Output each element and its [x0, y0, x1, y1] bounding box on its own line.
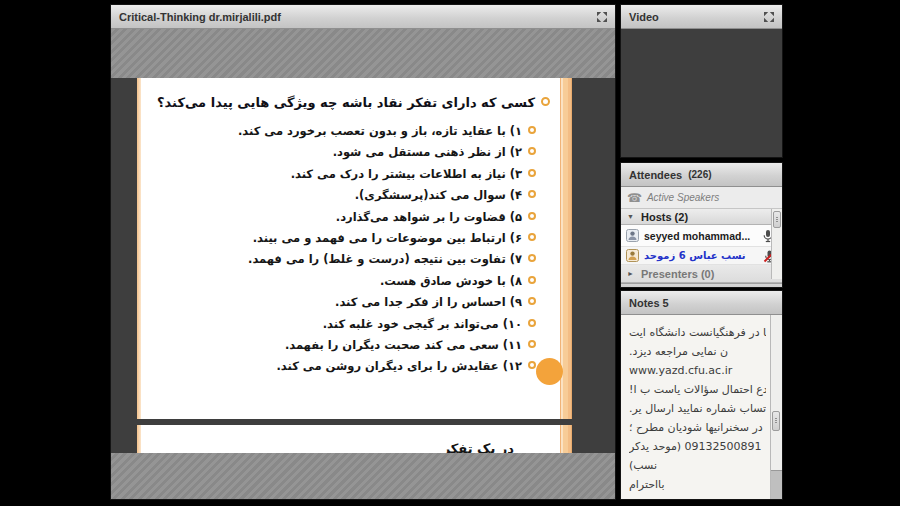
slide-left-border — [137, 425, 141, 453]
note-line: ؛ مطرح شودیان سخنرانیها در یا — [629, 418, 766, 437]
share-pod-titlebar: Critical-Thinking dr.mirjalili.pdf — [111, 5, 615, 29]
note-line: نسب) — [629, 456, 766, 475]
attendee-row-host-1[interactable]: seyyed mohammad... — [621, 225, 782, 247]
notes-pod-body: ایت دانشگاه فرهنگیانست در سا دیزد. مراجع… — [621, 315, 782, 499]
bullet-ring-icon — [528, 169, 536, 177]
attendees-scrollbar[interactable] — [771, 209, 782, 279]
pdf-slide: کسی که دارای تفکر نقاد باشه چه ویژگی های… — [137, 78, 572, 419]
slide-left-border — [137, 78, 141, 419]
bullet-ring-icon — [528, 190, 536, 198]
slide-item: ۱۱) سعی می کند صحبت دیگران را بفهمد. — [145, 335, 550, 356]
slide-content: کسی که دارای تفکر نقاد باشه چه ویژگی های… — [145, 91, 550, 378]
active-speakers-label: Active Speakers — [647, 192, 719, 203]
note-line: www.yazd.cfu.ac.ir — [629, 361, 766, 380]
bullet-ring-icon — [528, 297, 536, 305]
notes-scrollbar[interactable] — [770, 315, 782, 499]
notes-scrollbar-thumb[interactable] — [772, 411, 780, 431]
partial-section-row — [621, 283, 782, 287]
slide-right-border — [558, 425, 572, 453]
attendee-name: نسب عباس 6 زموحد — [644, 250, 746, 261]
notes-pod-title: Notes 5 — [629, 297, 669, 309]
note-line: یر. ارسال نمایید شماره واتساب ز — [629, 399, 766, 418]
attendees-scrollbar-thumb[interactable] — [773, 211, 781, 228]
slide-item: ۹) احساس را از فکر جدا می کند. — [145, 292, 550, 313]
bullet-ring-icon — [528, 126, 536, 134]
attendee-avatar-icon — [626, 249, 639, 262]
share-pod-title: Critical-Thinking dr.mirjalili.pdf — [119, 11, 281, 23]
hosts-section-header[interactable]: ▼ Hosts (2) — [621, 209, 782, 225]
video-pod-empty-area — [621, 29, 782, 157]
next-pdf-slide-partial: در یک تفکر — [137, 425, 572, 453]
attendees-count: (226) — [688, 169, 711, 180]
bullet-ring-icon — [541, 97, 550, 106]
attendee-avatar-icon — [626, 229, 639, 242]
attendee-name: seyyed mohammad... — [644, 230, 750, 242]
chevron-down-icon: ▼ — [627, 213, 636, 220]
presenters-section-header[interactable]: ► Presenters (0) — [621, 265, 782, 283]
notes-scrollbar-end-block — [771, 470, 782, 499]
bullet-ring-icon — [528, 340, 536, 348]
share-pod-body: کسی که دارای تفکر نقاد باشه چه ویژگی های… — [111, 29, 615, 499]
slide-item: ۱) با عقاید تازه، باز و بدون تعصب برخورد… — [145, 121, 550, 142]
slide-item: ۴) سوال می کند(پرسشگری). — [145, 185, 550, 206]
attendee-row-host-2[interactable]: نسب عباس 6 زموحد — [621, 247, 782, 265]
next-slide-title: در یک تفکر — [443, 441, 514, 453]
webinar-room: Critical-Thinking dr.mirjalili.pdf کسی ک… — [0, 0, 900, 506]
note-line: یدکر (موحد 09132500891 — [629, 437, 766, 456]
phone-speaker-icon: ☎ — [627, 191, 642, 205]
scrollbar-grip — [775, 418, 777, 423]
slide-title: کسی که دارای تفکر نقاد باشه چه ویژگی های… — [145, 91, 550, 115]
presenters-label: Presenters (0) — [641, 268, 714, 280]
video-pod: Video — [620, 4, 783, 158]
hosts-label: Hosts (2) — [641, 211, 688, 223]
note-line: بااحترام — [629, 475, 766, 494]
share-pod: Critical-Thinking dr.mirjalili.pdf کسی ک… — [110, 4, 616, 500]
bullet-ring-icon — [528, 147, 536, 155]
notes-pod: Notes 5 ایت دانشگاه فرهنگیانست در سا دیز… — [620, 290, 783, 500]
scrollbar-grip — [776, 217, 778, 222]
chevron-right-icon: ► — [627, 270, 636, 277]
fullscreen-icon[interactable] — [595, 10, 609, 24]
slide-item: ۵) قضاوت را بر شواهد می‌گذارد. — [145, 207, 550, 228]
note-line: ایت دانشگاه فرهنگیانست در سا — [629, 323, 766, 342]
bullet-ring-icon — [528, 319, 536, 327]
attendees-pod: Attendees (226) ☎ Active Speakers ▼ Host… — [620, 162, 783, 288]
slide-item: ۳) نیاز به اطلاعات بیشتر را درک می کند. — [145, 164, 550, 185]
bullet-ring-icon — [528, 212, 536, 220]
note-line: دیزد. مراجعه نمایی ن — [629, 342, 766, 361]
notes-text: ایت دانشگاه فرهنگیانست در سا دیزد. مراجع… — [629, 323, 766, 494]
slide-item: ۱۲) عقایدش را برای دیگران روشن می کند. — [145, 356, 550, 377]
bullet-ring-icon — [528, 276, 536, 284]
attendees-pod-titlebar: Attendees (226) — [621, 163, 782, 187]
slide-item: ۱۰) می‌تواند بر گیجی خود غلبه کند. — [145, 314, 550, 335]
notes-pod-titlebar: Notes 5 — [621, 291, 782, 315]
slide-item: ۶) ارتباط بین موضوعات را می فهمد و می بی… — [145, 228, 550, 249]
attendees-pod-title: Attendees — [629, 169, 682, 181]
stage-stripes-bottom — [111, 453, 615, 499]
slide-item: ۷) تفاوت بین نتیجه (درست و غلط) را می فه… — [145, 249, 550, 270]
stage-stripes-top — [111, 29, 615, 78]
presenter-pointer-dot — [536, 358, 563, 385]
note-line: ا! ب یاست سؤالات احتمال یمستدع — [629, 380, 766, 399]
bullet-ring-icon — [528, 361, 536, 369]
slide-item: ۸) با خودش صادق هست. — [145, 271, 550, 292]
active-speakers-row: ☎ Active Speakers — [621, 187, 782, 209]
slide-item: ۲) از نظر ذهنی مستقل می شود. — [145, 142, 550, 163]
video-pod-titlebar: Video — [621, 5, 782, 29]
bullet-ring-icon — [528, 233, 536, 241]
video-pod-title: Video — [629, 11, 659, 23]
fullscreen-icon[interactable] — [762, 10, 776, 24]
slide-item-list: ۱) با عقاید تازه، باز و بدون تعصب برخورد… — [145, 121, 550, 378]
attendees-pod-body: ☎ Active Speakers ▼ Hosts (2) seyyed moh… — [621, 187, 782, 287]
bullet-ring-icon — [528, 254, 536, 262]
